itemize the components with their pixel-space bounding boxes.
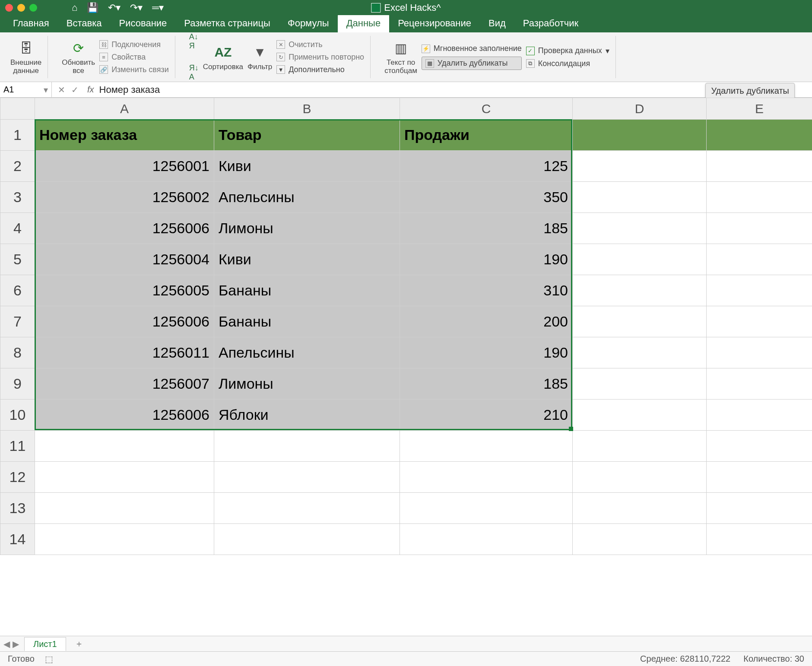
worksheet[interactable]: A B C D E 1Номер заказаТоварПродажи21256… xyxy=(0,98,812,616)
data-validation-button[interactable]: ✓Проверка данных ▾ xyxy=(526,46,609,56)
add-sheet-button[interactable]: ＋ xyxy=(70,636,89,651)
col-header-B[interactable]: B xyxy=(214,98,400,120)
row-header[interactable]: 5 xyxy=(0,244,35,275)
cell[interactable] xyxy=(707,524,812,555)
cell[interactable] xyxy=(707,337,812,368)
redo-icon[interactable]: ↷▾ xyxy=(130,2,143,13)
col-header-A[interactable]: A xyxy=(35,98,214,120)
cell[interactable]: Апельсины xyxy=(214,182,400,213)
cell[interactable] xyxy=(35,493,214,524)
cell[interactable] xyxy=(573,213,707,244)
cell[interactable]: 1256002 xyxy=(35,182,214,213)
cell[interactable]: 190 xyxy=(400,244,573,275)
row-header[interactable]: 9 xyxy=(0,368,35,400)
select-all-corner[interactable] xyxy=(0,98,35,120)
cell[interactable] xyxy=(573,182,707,213)
cell[interactable]: Яблоки xyxy=(214,400,400,431)
row-header[interactable]: 13 xyxy=(0,493,35,524)
cell[interactable]: 1256006 xyxy=(35,306,214,337)
cell[interactable]: 350 xyxy=(400,182,573,213)
edit-links-button[interactable]: 🔗Изменить связи xyxy=(99,65,169,74)
row-header[interactable]: 7 xyxy=(0,306,35,337)
minimize-window-button[interactable] xyxy=(17,4,25,12)
cell[interactable]: 310 xyxy=(400,275,573,306)
cell[interactable] xyxy=(573,275,707,306)
cell[interactable] xyxy=(35,462,214,493)
col-header-E[interactable]: E xyxy=(707,98,812,120)
cell[interactable]: 200 xyxy=(400,306,573,337)
sheet-nav-next-icon[interactable]: ▶ xyxy=(13,639,19,649)
cell[interactable] xyxy=(400,493,573,524)
cell[interactable] xyxy=(707,182,812,213)
cell[interactable] xyxy=(573,368,707,400)
row-header[interactable]: 8 xyxy=(0,337,35,368)
cell[interactable] xyxy=(707,120,812,151)
cell[interactable]: 1256005 xyxy=(35,275,214,306)
row-header[interactable]: 6 xyxy=(0,275,35,306)
row-header[interactable]: 2 xyxy=(0,151,35,182)
cell[interactable] xyxy=(707,462,812,493)
tab-draw[interactable]: Рисование xyxy=(111,14,176,32)
sort-desc-icon[interactable]: Я↓A xyxy=(189,63,199,82)
sort-asc-icon[interactable]: A↓Я xyxy=(189,32,199,51)
advanced-filter-button[interactable]: ▼Дополнительно xyxy=(276,65,364,74)
cell[interactable] xyxy=(707,244,812,275)
tab-insert[interactable]: Вставка xyxy=(58,14,111,32)
cell[interactable]: 1256001 xyxy=(35,151,214,182)
cell[interactable] xyxy=(707,306,812,337)
consolidate-button[interactable]: ⧉Консолидация xyxy=(526,59,609,68)
cell[interactable]: 1256006 xyxy=(35,213,214,244)
sheet-nav-prev-icon[interactable]: ◀ xyxy=(3,639,10,649)
cell[interactable]: 1256006 xyxy=(35,400,214,431)
cell[interactable] xyxy=(707,431,812,462)
cell[interactable] xyxy=(573,462,707,493)
cell[interactable] xyxy=(400,431,573,462)
cell[interactable]: Киви xyxy=(214,151,400,182)
filter-button[interactable]: ▼ Фильтр xyxy=(247,43,272,71)
sheet-tab-1[interactable]: Лист1 xyxy=(24,637,66,651)
text-to-columns-button[interactable]: ▥ Текст по столбцам xyxy=(384,39,417,75)
cell[interactable] xyxy=(707,368,812,400)
cell[interactable] xyxy=(214,462,400,493)
cell[interactable] xyxy=(573,120,707,151)
undo-icon[interactable]: ↶▾ xyxy=(108,2,121,13)
row-header[interactable]: 4 xyxy=(0,213,35,244)
cell[interactable] xyxy=(707,151,812,182)
cell[interactable]: Лимоны xyxy=(214,368,400,400)
formula-input[interactable]: Номер заказа xyxy=(97,84,812,95)
col-header-D[interactable]: D xyxy=(573,98,707,120)
cell[interactable] xyxy=(573,493,707,524)
row-header[interactable]: 11 xyxy=(0,431,35,462)
tab-review[interactable]: Рецензирование xyxy=(389,14,480,32)
cell[interactable] xyxy=(35,431,214,462)
cell[interactable] xyxy=(573,306,707,337)
col-header-C[interactable]: C xyxy=(400,98,573,120)
row-header[interactable]: 1 xyxy=(0,120,35,151)
row-header[interactable]: 14 xyxy=(0,524,35,555)
cell[interactable]: Бананы xyxy=(214,275,400,306)
maximize-window-button[interactable] xyxy=(29,4,37,12)
tab-view[interactable]: Вид xyxy=(480,14,514,32)
properties-button[interactable]: ≡Свойства xyxy=(99,53,169,62)
cell[interactable] xyxy=(573,244,707,275)
cell[interactable]: 125 xyxy=(400,151,573,182)
row-header[interactable]: 10 xyxy=(0,400,35,431)
cell[interactable]: Товар xyxy=(214,120,400,151)
reapply-button[interactable]: ↻Применить повторно xyxy=(276,53,364,62)
cell[interactable]: 1256004 xyxy=(35,244,214,275)
cell[interactable] xyxy=(707,493,812,524)
cell[interactable] xyxy=(707,213,812,244)
cell[interactable]: 210 xyxy=(400,400,573,431)
cell[interactable] xyxy=(214,493,400,524)
fx-icon[interactable]: fx xyxy=(85,85,97,95)
cell[interactable]: Апельсины xyxy=(214,337,400,368)
cell[interactable] xyxy=(35,524,214,555)
row-header[interactable]: 3 xyxy=(0,182,35,213)
cell[interactable] xyxy=(573,524,707,555)
cell[interactable]: Киви xyxy=(214,244,400,275)
close-window-button[interactable] xyxy=(5,4,13,12)
confirm-icon[interactable]: ✓ xyxy=(71,85,79,95)
macro-record-icon[interactable]: ⬚ xyxy=(45,654,53,664)
tab-page-layout[interactable]: Разметка страницы xyxy=(175,14,279,32)
cell[interactable]: Номер заказа xyxy=(35,120,214,151)
